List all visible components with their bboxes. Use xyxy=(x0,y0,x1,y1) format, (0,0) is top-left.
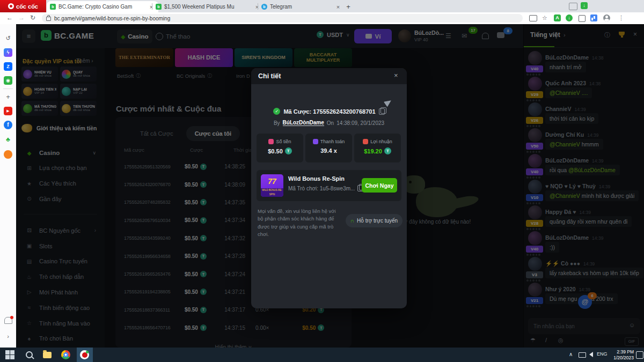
browser-brand-label: cốc cốc xyxy=(16,3,38,10)
date: 1/20/2023 xyxy=(608,355,634,361)
leaf-icon[interactable]: ♣ xyxy=(4,135,12,144)
tether-icon: T xyxy=(285,147,292,154)
network-icon[interactable] xyxy=(579,352,586,358)
collapse-chevron-icon[interactable]: › xyxy=(4,332,12,341)
by-label: By xyxy=(274,120,280,126)
stat-label-row: Thanh toán xyxy=(313,139,345,144)
bet-details-modal: Chi tiết × ✓ Mã Cược: 175552624320076870… xyxy=(251,68,407,308)
time: 2:39 PM xyxy=(608,349,634,355)
coccoc-owl-icon xyxy=(8,3,14,9)
url-text[interactable]: bc.game/vi/game/wild-bonus-re-spin-by-bo… xyxy=(54,16,170,21)
game-code-row: Mã Trò chơi: 1u5-8swe3m... xyxy=(288,185,363,191)
share-icon[interactable] xyxy=(384,98,393,107)
bet-author-row: By BúLozDònDame On 14:38:09, 20/1/2023 xyxy=(251,120,407,126)
stat-value-row: 39.4 x xyxy=(320,147,337,154)
games-icon[interactable]: ◉ xyxy=(4,76,12,85)
bookmark-star-icon[interactable]: ☆ xyxy=(542,14,547,21)
play-now-button[interactable]: Chơi Ngay xyxy=(362,178,397,193)
modal-title: Chi tiết xyxy=(258,72,281,80)
headset-icon: ∩ xyxy=(350,218,354,224)
browser-logo: cốc cốc xyxy=(0,0,46,12)
modal-bet-id: Mã Cược: 1755526243200768701 xyxy=(283,108,375,115)
verified-icon: ✓ xyxy=(273,108,280,115)
tab-title: Telegram xyxy=(270,4,332,10)
stat-label: Số tiền xyxy=(276,139,291,144)
windows-taskbar: ∧ ENG 2:39 PM 1/20/2023 xyxy=(0,348,644,362)
game-code: Mã Trò chơi: 1u5-8swe3m... xyxy=(288,186,355,191)
tab-title: $1,500 Weekend Platipus Mu xyxy=(164,4,251,10)
support-note: Mọi vấn đề, xin vui lòng liên hệ với bộ … xyxy=(258,208,342,238)
download-icon[interactable]: ↓ xyxy=(566,14,573,21)
stat-box: Thanh toán 39.4 x xyxy=(305,134,352,162)
tab-favicon: b xyxy=(50,4,56,10)
on-label: On xyxy=(327,120,334,126)
bet-author[interactable]: BúLozDònDame xyxy=(283,120,324,126)
language-indicator[interactable]: ENG xyxy=(597,351,608,357)
game-thumb-caption: WILD BONUS RE-SPIN xyxy=(261,188,283,197)
youtube-icon[interactable]: ▶ xyxy=(4,107,12,115)
coccoc-taskbar-icon[interactable] xyxy=(80,350,89,359)
screen: cốc cốc b BC.Game: Crypto Casino Gam × b… xyxy=(0,0,644,362)
notification-bell-icon[interactable] xyxy=(4,317,12,324)
stat-box: Lợi nhuận $19.20T xyxy=(354,134,401,162)
device-sync-icon[interactable] xyxy=(569,3,577,10)
back-icon[interactable]: ← xyxy=(6,14,13,21)
stat-icon xyxy=(363,139,368,144)
game-thumbnail[interactable]: 77 WILD BONUS RE-SPIN xyxy=(261,174,283,197)
save-page-icon[interactable] xyxy=(529,15,537,21)
facebook-icon[interactable]: f xyxy=(4,121,12,129)
tether-icon: T xyxy=(384,147,391,154)
add-shortcut-icon[interactable]: + xyxy=(4,93,12,101)
profile-avatar-icon[interactable] xyxy=(603,14,610,21)
reload-icon[interactable]: ↻ xyxy=(30,14,35,21)
browser-url-bar: ← → ↻ bc.game/vi/game/wild-bonus-re-spin… xyxy=(0,12,644,25)
coccoc-update-icon[interactable]: ↓ xyxy=(581,2,588,9)
history-icon[interactable]: ↺ xyxy=(4,34,12,42)
chrome-icon[interactable] xyxy=(61,350,70,359)
promo-icon[interactable] xyxy=(4,150,12,159)
stat-value-row: $0.50T xyxy=(268,147,292,154)
browser-tab[interactable]: b $1,500 Weekend Platipus Mu × xyxy=(152,1,264,12)
zalo-icon[interactable]: Z xyxy=(4,62,12,71)
live-support-button[interactable]: ∩ Hỗ trợ trực tuyến xyxy=(346,214,402,227)
translate-icon[interactable]: A xyxy=(554,14,561,21)
tray-expand-icon[interactable]: ∧ xyxy=(569,351,573,357)
copy-icon[interactable] xyxy=(379,108,385,115)
stat-label-row: Lợi nhuận xyxy=(363,139,392,144)
action-center-icon[interactable] xyxy=(636,351,643,359)
browser-tab[interactable]: b Telegram × xyxy=(258,1,345,12)
browser-menu-icon[interactable]: ⋮ xyxy=(618,14,624,21)
file-explorer-icon[interactable] xyxy=(43,352,52,358)
stat-value: $0.50 xyxy=(268,148,283,154)
volume-icon[interactable] xyxy=(589,352,593,357)
tab-close-icon[interactable]: × xyxy=(334,4,342,10)
stat-value-row: $19.20T xyxy=(364,147,391,154)
browser-tab[interactable]: b BC.Game: Crypto Casino Gam × xyxy=(47,1,158,12)
tab-title: BC.Game: Crypto Casino Gam xyxy=(58,4,145,10)
extensions-icon[interactable] xyxy=(579,15,586,22)
stat-label: Thanh toán xyxy=(320,139,345,144)
messenger-icon[interactable]: ϟ xyxy=(4,48,12,57)
forward-icon[interactable]: → xyxy=(18,14,25,21)
stat-icon xyxy=(268,139,274,144)
stat-value: $19.20 xyxy=(364,148,382,154)
lock-icon xyxy=(46,17,51,21)
support-label: Hỗ trợ trực tuyến xyxy=(357,218,398,224)
stats-extension-icon[interactable] xyxy=(590,14,597,21)
modal-close-icon[interactable]: × xyxy=(394,71,398,79)
new-tab-button[interactable]: + xyxy=(343,2,353,12)
browser-tab-strip: cốc cốc b BC.Game: Crypto Casino Gam × b… xyxy=(0,0,644,12)
start-button-icon[interactable] xyxy=(5,350,14,359)
search-icon[interactable] xyxy=(26,351,33,358)
game-thumb-logo: 77 xyxy=(261,174,283,188)
stat-value: 39.4 x xyxy=(320,147,337,154)
url-field[interactable]: bc.game/vi/game/wild-bonus-re-spin-by-bo… xyxy=(42,14,523,23)
clock[interactable]: 2:39 PM 1/20/2023 xyxy=(608,349,634,360)
bet-stats: Số tiền $0.50T Thanh toán 39.4 x Lợi nhu… xyxy=(257,134,401,162)
tab-favicon: b xyxy=(156,4,162,10)
game-info-box: 77 WILD BONUS RE-SPIN Wild Bonus Re-Spin… xyxy=(257,170,401,201)
coccoc-sidebar: ↺ ϟ Z ◉ + ▶ f ♣ › xyxy=(0,24,17,348)
game-name: Wild Bonus Re-Spin xyxy=(288,175,345,182)
bet-datetime: 14:38:09, 20/1/2023 xyxy=(336,120,384,126)
stat-label: Lợi nhuận xyxy=(370,139,392,144)
